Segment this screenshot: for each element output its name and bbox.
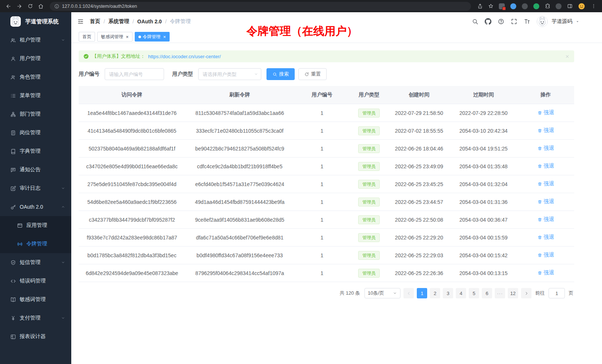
prev-page-button[interactable]: [403, 288, 414, 298]
force-logout-button[interactable]: 强退: [537, 163, 554, 169]
search-button[interactable]: 搜索: [266, 68, 295, 80]
menu-fold-icon[interactable]: [77, 18, 84, 25]
goto-label: 前往: [535, 290, 545, 297]
tab-close-icon[interactable]: ×: [126, 34, 129, 39]
sidebar-item-oauth2-application[interactable]: 应用管理: [0, 216, 71, 235]
side-panel-icon[interactable]: [565, 1, 575, 11]
alert-close-icon[interactable]: [565, 54, 570, 59]
sidebar-item-dict[interactable]: 字典管理: [0, 142, 71, 161]
sidebar-item-user[interactable]: 用户管理: [0, 49, 71, 68]
user-type-cell: 管理员: [350, 233, 388, 242]
create-time-cell: 2022-07-02 18:55:55: [388, 128, 450, 134]
back-icon[interactable]: [4, 1, 13, 11]
sidebar-item-report-designer[interactable]: 报表设计器: [0, 327, 71, 346]
user-name[interactable]: 芋道源码: [552, 18, 572, 25]
home-icon[interactable]: [36, 1, 46, 11]
app-logo[interactable]: 芋道管理系统: [0, 12, 71, 31]
force-logout-button[interactable]: 强退: [537, 198, 554, 205]
sidebar-item-sensitive-word[interactable]: 敏感词管理: [0, 290, 71, 309]
user-type-badge: 管理员: [358, 215, 380, 224]
sidebar-item-sms[interactable]: 短信管理: [0, 253, 71, 272]
sidebar-item-audit-log[interactable]: 审计日志: [0, 179, 71, 198]
pager-page-6[interactable]: 6: [482, 288, 492, 298]
pager-page-3[interactable]: 3: [443, 288, 453, 298]
force-logout-button[interactable]: 强退: [537, 269, 554, 276]
column-header: 创建时间: [388, 92, 450, 98]
chat-icon: [10, 167, 16, 173]
user-type-select[interactable]: [198, 68, 261, 80]
breadcrumb-item[interactable]: 系统管理: [108, 18, 129, 25]
extension-icon[interactable]: [499, 3, 505, 9]
sidebar-item-notice[interactable]: 通知公告: [0, 161, 71, 179]
extension-icon[interactable]: [556, 3, 562, 9]
table-row: f9336e7c7dd242a283ee98dc86b17a87dfa6c71a…: [79, 228, 574, 246]
extensions-puzzle-icon[interactable]: [543, 1, 552, 11]
user-type-badge: 管理员: [358, 126, 380, 135]
tab-sensitive-word[interactable]: 敏感词管理×: [97, 32, 132, 42]
user-type-select-input[interactable]: [198, 68, 261, 80]
force-logout-button[interactable]: 强退: [537, 252, 554, 258]
create-time-cell: 2022-06-25 23:44:57: [388, 199, 450, 205]
bookmark-star-icon[interactable]: [486, 1, 495, 11]
sidebar-item-pay[interactable]: 支付管理: [0, 309, 71, 327]
sidebar-item-error-code[interactable]: 错误码管理: [0, 272, 71, 290]
tab-home[interactable]: 首页: [79, 32, 95, 42]
breadcrumb-separator: /: [165, 19, 167, 24]
force-logout-button[interactable]: 强退: [537, 127, 554, 134]
help-icon[interactable]: [498, 18, 504, 25]
next-page-button[interactable]: [521, 288, 531, 298]
address-bar[interactable]: 127.0.0.1:1024/system/oauth2/token: [50, 2, 471, 11]
goto-page-input[interactable]: [549, 288, 565, 298]
breadcrumb-item[interactable]: OAuth 2.0: [137, 19, 162, 24]
force-logout-button[interactable]: 强退: [537, 145, 554, 152]
trash-icon: [537, 217, 542, 222]
sidebar-item-oauth2-token[interactable]: 令牌管理: [0, 235, 71, 253]
search-icon[interactable]: [472, 18, 478, 25]
pager-page-5[interactable]: 5: [469, 288, 479, 298]
user-id-input[interactable]: [105, 68, 164, 80]
pager-page-1[interactable]: 1: [417, 288, 427, 298]
reset-button[interactable]: 重置: [298, 68, 327, 80]
doc-link[interactable]: https://doc.iocoder.cn/user-center/: [148, 54, 221, 59]
forward-icon[interactable]: [14, 1, 24, 11]
action-cell: 强退: [517, 163, 574, 170]
layout-icon: [10, 334, 16, 340]
font-size-icon[interactable]: [524, 18, 530, 25]
sidebar-item-oauth2[interactable]: OAuth 2.0: [0, 198, 71, 216]
github-icon[interactable]: [485, 18, 491, 25]
fullscreen-icon[interactable]: [511, 18, 517, 25]
extension-icon[interactable]: [522, 3, 528, 9]
pager-page-12[interactable]: 12: [508, 288, 518, 298]
page-size-value: 10条/页: [368, 290, 384, 297]
page-size-select[interactable]: 10条/页: [364, 288, 400, 298]
force-logout-button[interactable]: 强退: [537, 216, 554, 223]
breadcrumb-item[interactable]: 首页: [90, 18, 100, 25]
extension-icon[interactable]: [510, 3, 516, 9]
browser-profile-avatar[interactable]: [578, 3, 585, 10]
tab-close-icon[interactable]: ×: [163, 34, 166, 39]
browser-menu-icon[interactable]: [589, 1, 598, 11]
force-logout-button[interactable]: 强退: [537, 234, 554, 241]
sidebar-item-menu[interactable]: 菜单管理: [0, 86, 71, 105]
site-info-icon[interactable]: [54, 4, 59, 9]
user-avatar[interactable]: [537, 16, 548, 27]
user-id-cell: 1: [294, 110, 350, 116]
sidebar-item-dept[interactable]: 部门管理: [0, 105, 71, 123]
sidebar-item-post[interactable]: 岗位管理: [0, 123, 71, 142]
sidebar-item-tenant[interactable]: 租户管理: [0, 31, 71, 49]
tab-oauth2-token[interactable]: 令牌管理×: [135, 32, 170, 42]
sidebar-item-role[interactable]: 角色管理: [0, 68, 71, 86]
force-logout-button[interactable]: 强退: [537, 109, 554, 116]
pager-page-2[interactable]: 2: [430, 288, 440, 298]
pager-page-4[interactable]: 4: [456, 288, 466, 298]
reload-icon[interactable]: [25, 1, 35, 11]
force-logout-button[interactable]: 强退: [537, 181, 554, 187]
pager-more-button[interactable]: ···: [495, 288, 505, 298]
sidebar-item-label: 令牌管理: [26, 241, 47, 247]
user-type-badge: 管理员: [358, 198, 380, 206]
share-icon[interactable]: [475, 1, 485, 11]
user-id-cell: 1: [294, 181, 350, 187]
extension-icon[interactable]: [533, 3, 539, 9]
sidebar-item-label: 菜单管理: [20, 92, 40, 99]
caret-down-icon[interactable]: [575, 19, 580, 24]
